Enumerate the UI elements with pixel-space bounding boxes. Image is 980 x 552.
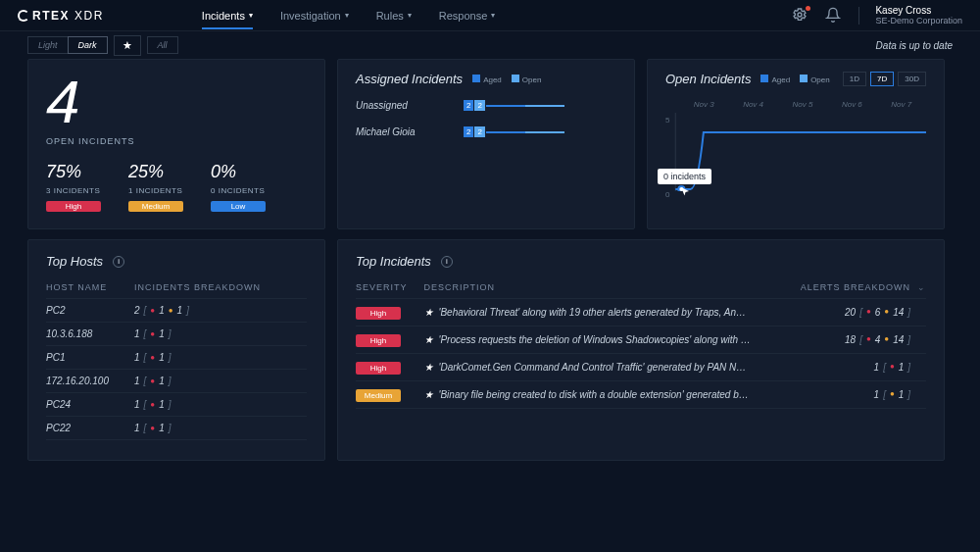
incident-row[interactable]: High★'Behavioral Threat' along with 19 o… [356, 299, 926, 326]
star-icon[interactable]: ★ [424, 362, 433, 373]
severity-badge: Medium [128, 201, 183, 212]
info-icon[interactable]: i [113, 256, 124, 268]
chart-tooltip: 0 incidents [658, 169, 711, 184]
star-icon[interactable]: ★ [424, 307, 433, 318]
incident-row[interactable]: High★'Process requests the deletion of W… [356, 326, 926, 354]
host-row[interactable]: PC221 [ ● 1 ] [46, 417, 307, 440]
open-incidents-chart[interactable]: Nov 3Nov 4Nov 5Nov 6Nov 7 5 0 0 incident… [665, 100, 926, 208]
severity-badge: Low [211, 201, 266, 212]
top-incidents-card: Top Incidents i SEVERITY DESCRIPTION ALE… [337, 239, 945, 461]
severity-high: 75%3 INCIDENTSHigh [46, 162, 101, 212]
host-row[interactable]: PC11 [ ● 1 ] [46, 346, 307, 370]
theme-dark-button[interactable]: Dark [68, 36, 108, 54]
theme-light-button[interactable]: Light [27, 36, 68, 54]
assigned-incidents-card: Assigned Incidents Aged Open Unassigned2… [337, 59, 635, 229]
main-nav: Incidents ▾Investigation ▾Rules ▾Respons… [202, 10, 495, 22]
settings-icon[interactable] [792, 7, 809, 25]
assignee-row[interactable]: Michael Gioia22 [356, 126, 616, 137]
host-row[interactable]: PC241 [ ● 1 ] [46, 393, 307, 417]
severity-badge: High [46, 201, 101, 212]
open-incidents-card: 4 OPEN INCIDENTS 75%3 INCIDENTSHigh25%1 … [27, 59, 325, 229]
bell-icon[interactable] [825, 7, 843, 25]
chevron-down-icon: ▾ [345, 11, 349, 20]
star-icon[interactable]: ★ [424, 334, 433, 345]
range-30d[interactable]: 30D [898, 72, 926, 86]
chevron-down-icon: ▾ [249, 11, 253, 20]
host-row[interactable]: PC22 [ ● 1 ● 1 ] [46, 299, 307, 323]
nav-rules[interactable]: Rules ▾ [376, 10, 412, 22]
assignee-row[interactable]: Unassigned22 [356, 100, 616, 111]
host-row[interactable]: 172.16.20.1001 [ ● 1 ] [46, 370, 307, 393]
incident-row[interactable]: Medium★'Binary file being created to dis… [356, 381, 926, 409]
data-status: Data is up to date [876, 40, 953, 51]
host-row[interactable]: 10.3.6.1881 [ ● 1 ] [46, 323, 307, 346]
nav-investigation[interactable]: Investigation ▾ [280, 10, 349, 22]
open-incidents-chart-card: Open Incidents Aged Open 1D7D30D Nov 3No… [647, 59, 945, 229]
logo-icon [18, 10, 29, 22]
all-button[interactable]: All [147, 36, 178, 54]
severity-medium: 25%1 INCIDENTSMedium [128, 162, 183, 212]
range-1d[interactable]: 1D [843, 72, 866, 86]
cursor-icon [679, 186, 691, 198]
user-menu[interactable]: Kasey Cross SE-Demo Corporation [875, 5, 962, 25]
info-icon[interactable]: i [441, 256, 453, 268]
notification-dot [806, 6, 810, 11]
favorite-button[interactable]: ★ [114, 35, 141, 56]
nav-incidents[interactable]: Incidents ▾ [202, 10, 253, 29]
chevron-down-icon: ▾ [408, 11, 412, 20]
chevron-down-icon[interactable]: ⌄ [910, 282, 926, 292]
nav-response[interactable]: Response ▾ [439, 10, 496, 22]
severity-badge: Medium [356, 389, 401, 402]
range-7d[interactable]: 7D [870, 72, 894, 86]
severity-badge: High [356, 334, 401, 347]
logo: RTEX XDR [18, 9, 104, 23]
severity-low: 0%0 INCIDENTSLow [211, 162, 266, 212]
chevron-down-icon: ▾ [491, 11, 495, 20]
toolbar: Light Dark ★ All Data is up to date [0, 31, 980, 59]
star-icon[interactable]: ★ [424, 389, 433, 400]
top-bar: RTEX XDR Incidents ▾Investigation ▾Rules… [0, 0, 980, 31]
severity-badge: High [356, 307, 401, 320]
incident-row[interactable]: High★'DarkComet.Gen Command And Control … [356, 354, 926, 381]
severity-badge: High [356, 362, 401, 375]
top-hosts-card: Top Hosts i HOST NAME INCIDENTS BREAKDOW… [27, 239, 325, 461]
svg-point-0 [798, 13, 802, 17]
open-count: 4 [46, 72, 307, 132]
